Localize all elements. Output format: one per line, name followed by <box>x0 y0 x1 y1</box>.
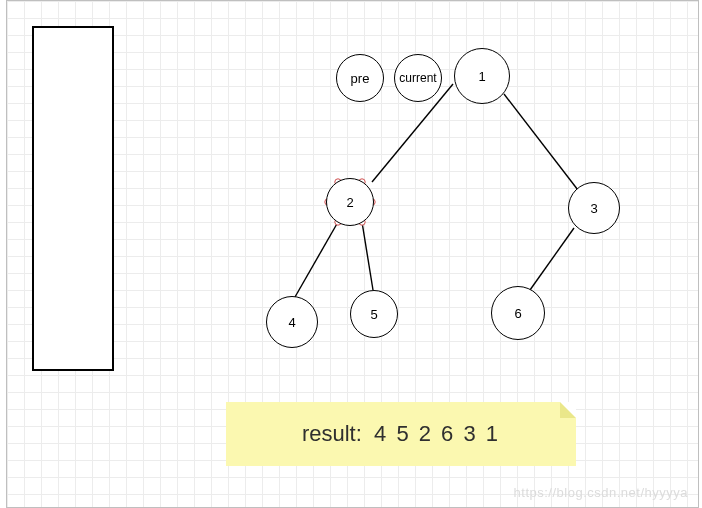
tree-node-2[interactable]: 2 <box>326 178 374 226</box>
node-label: 6 <box>514 306 521 321</box>
node-label: 4 <box>288 315 295 330</box>
node-pre: pre <box>336 54 384 102</box>
tree-node-6: 6 <box>491 286 545 340</box>
node-label: 3 <box>590 201 597 216</box>
result-text: result: 4 5 2 6 3 1 <box>302 421 500 447</box>
stack-box <box>32 26 114 371</box>
tree-node-1: 1 <box>454 48 510 104</box>
node-label: 1 <box>478 69 485 84</box>
result-values: 4 5 2 6 3 1 <box>374 421 500 446</box>
tree-node-3: 3 <box>568 182 620 234</box>
result-label: result: <box>302 421 362 446</box>
node-label: 2 <box>346 195 353 210</box>
node-label: pre <box>351 71 370 86</box>
tree-node-4: 4 <box>266 296 318 348</box>
node-label: current <box>399 71 436 85</box>
note-fold-icon <box>560 402 576 418</box>
node-label: 5 <box>370 307 377 322</box>
node-current: current <box>394 54 442 102</box>
result-note: result: 4 5 2 6 3 1 <box>226 402 576 466</box>
tree-node-5: 5 <box>350 290 398 338</box>
